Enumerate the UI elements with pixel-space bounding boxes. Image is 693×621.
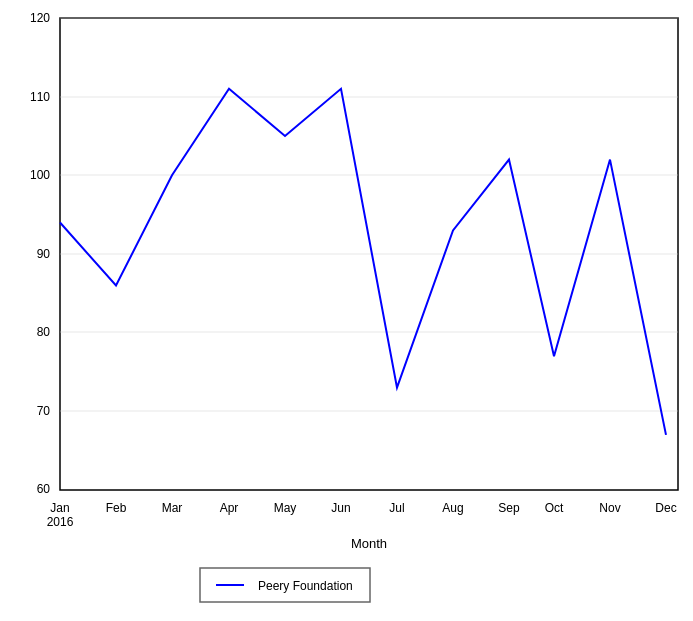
line-chart: 120 110 100 90 80 70 60 Jan 2016 Feb Mar… <box>0 0 693 621</box>
x-tick-aug: Aug <box>442 501 463 515</box>
y-tick-100: 100 <box>30 168 50 182</box>
x-tick-oct: Oct <box>545 501 564 515</box>
x-tick-jun: Jun <box>331 501 350 515</box>
x-tick-mar: Mar <box>162 501 183 515</box>
x-tick-sep: Sep <box>498 501 520 515</box>
x-tick-nov: Nov <box>599 501 620 515</box>
y-tick-90: 90 <box>37 247 51 261</box>
x-tick-apr: Apr <box>220 501 239 515</box>
x-tick-may: May <box>274 501 297 515</box>
y-tick-80: 80 <box>37 325 51 339</box>
x-tick-2016: 2016 <box>47 515 74 529</box>
x-axis-label: Month <box>351 536 387 551</box>
y-tick-120: 120 <box>30 11 50 25</box>
y-tick-60: 60 <box>37 482 51 496</box>
chart-container: 120 110 100 90 80 70 60 Jan 2016 Feb Mar… <box>0 0 693 621</box>
x-tick-jul: Jul <box>389 501 404 515</box>
x-tick-dec: Dec <box>655 501 676 515</box>
x-tick-feb: Feb <box>106 501 127 515</box>
y-tick-70: 70 <box>37 404 51 418</box>
x-tick-jan: Jan <box>50 501 69 515</box>
legend-label: Peery Foundation <box>258 579 353 593</box>
y-tick-110: 110 <box>30 90 50 104</box>
